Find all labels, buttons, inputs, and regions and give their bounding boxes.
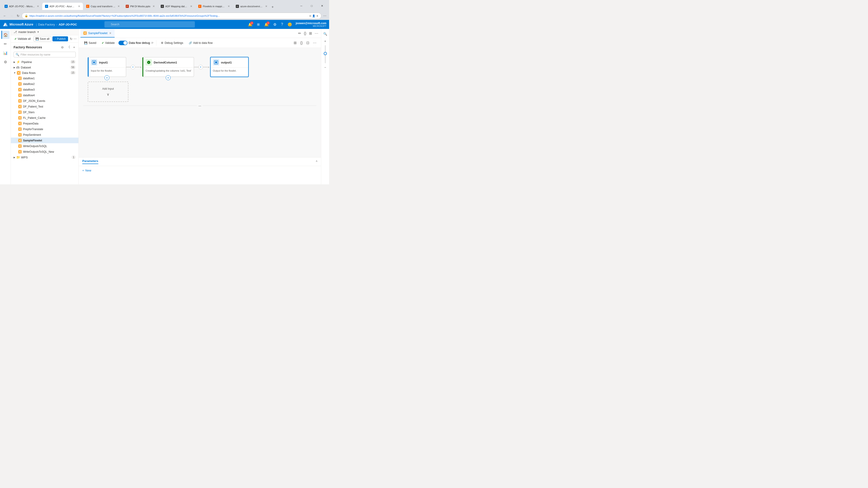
dataset-group-header[interactable]: ▶ 🗃 Dataset 56 <box>11 65 79 70</box>
list-item[interactable]: 🔀 WriteOutputsToSQL <box>11 143 79 149</box>
search-filter[interactable]: 🔍 <box>13 52 76 57</box>
grid-tab-button[interactable]: ⊞ <box>308 30 313 36</box>
flowlet-tab-close[interactable]: ✕ <box>109 31 112 35</box>
back-button[interactable]: ← <box>2 13 8 19</box>
more-tab-button[interactable]: ⋯ <box>314 30 319 36</box>
tab-3[interactable]: C Copy and transform ... ✕ <box>84 3 123 10</box>
address-bar[interactable]: 🔒 https://madrid-ci.azure.com/en-us/auth… <box>22 13 321 19</box>
list-item[interactable]: 🔀 DF_JSON_Events <box>11 98 79 104</box>
tab-1-close[interactable]: ✕ <box>37 5 39 8</box>
bookmark-icon[interactable]: ★ <box>316 14 318 18</box>
list-item[interactable]: 🔀 PrepforTranslate <box>11 126 79 132</box>
new-tab-button[interactable]: + <box>271 4 274 10</box>
tab-2[interactable]: A ADF-JO-POC - Azure ... ✕ <box>42 3 83 10</box>
forward-button[interactable]: → <box>8 13 14 19</box>
feedback-button[interactable]: 😊 <box>287 22 293 28</box>
alerts-button[interactable]: 🔔 2 <box>264 22 270 28</box>
canvas-code-button[interactable]: {} <box>299 40 304 46</box>
validate-button[interactable]: ✔ Validate <box>100 40 116 45</box>
settings-button[interactable]: ⚙ <box>272 22 277 28</box>
save-all-button[interactable]: 💾 Save all <box>33 36 52 41</box>
list-item[interactable]: 🔀 DF_Patient_Test <box>11 104 79 109</box>
list-item[interactable]: 🔀 SampleFlowlet <box>11 138 79 143</box>
node-output1[interactable]: output1 Output for the flowlet. <box>210 57 249 77</box>
canvas-expand-button[interactable]: ⊡ <box>305 40 310 46</box>
add-resource-button[interactable]: + <box>72 45 76 50</box>
tab-4[interactable]: P PM DI Mocks.pptx ✕ <box>123 3 158 10</box>
debug-toggle-switch[interactable] <box>119 41 127 45</box>
manage-nav-button[interactable]: ⚙ <box>1 58 9 66</box>
user-info[interactable]: joowen@microsoft.com MICROSOFT <box>296 22 327 27</box>
filter-resources-input[interactable] <box>21 53 74 56</box>
search-canvas-button[interactable]: 🔍 <box>322 31 329 37</box>
tab-6-close[interactable]: ✕ <box>228 5 230 8</box>
breadcrumb-service[interactable]: Data Factory <box>38 23 55 26</box>
maximize-button[interactable]: □ <box>307 2 317 9</box>
debug-toggle[interactable]: Data flow debug ⟳ <box>119 41 154 45</box>
code-tab-button[interactable]: {} <box>303 30 307 36</box>
monitor-nav-button[interactable]: 📊 <box>1 49 9 57</box>
help-button[interactable]: ? <box>280 22 284 27</box>
breadcrumb-resource[interactable]: ADF-JO-POC <box>59 23 77 26</box>
input1-plus-button[interactable]: + <box>104 75 110 80</box>
derived1-plus-button[interactable]: + <box>166 75 170 80</box>
search-input[interactable] <box>104 21 195 28</box>
more-button[interactable]: ⋯ <box>73 37 76 41</box>
home-nav-button[interactable]: 🏠 <box>1 31 9 39</box>
branch-dropdown-icon[interactable]: ▼ <box>37 31 39 33</box>
collapse-sidebar-button[interactable]: ⊖ <box>60 45 64 50</box>
plus-connector-1[interactable]: + <box>131 65 135 69</box>
zoom-out-button[interactable]: − <box>322 64 329 70</box>
tab-3-close[interactable]: ✕ <box>118 5 120 8</box>
zoom-in-button[interactable]: + <box>322 38 329 44</box>
cloud-shell-button[interactable]: ⊞ <box>256 22 260 27</box>
minimize-button[interactable]: ─ <box>296 2 307 9</box>
publish-button[interactable]: ↑ Publish <box>53 36 68 41</box>
pencil-nav-button[interactable]: ✏ <box>1 40 9 48</box>
canvas-grid-button[interactable]: ⊞ <box>293 40 298 46</box>
tab-2-close[interactable]: ✕ <box>78 5 80 8</box>
close-button[interactable]: ✕ <box>317 2 327 9</box>
debug-settings-button[interactable]: ⚙ Debug Settings <box>159 40 185 45</box>
tab-7-close[interactable]: ✕ <box>265 5 268 8</box>
tab-1[interactable]: A ADF-JO-POC - Micro... ✕ <box>2 3 42 10</box>
dataflows-group-header[interactable]: ▼ 🔀 Data flows 15 <box>11 70 79 75</box>
node-derived1[interactable]: + DerivedColumn1 Creating/updating the c… <box>143 57 194 77</box>
list-item[interactable]: 🔀 PrepSentiment <box>11 132 79 138</box>
extensions-icon[interactable]: ⊞ <box>309 14 311 18</box>
more-options-button[interactable]: ⋯ <box>322 13 327 19</box>
topbar-search[interactable] <box>104 21 195 28</box>
profile-icon[interactable]: 👤 <box>312 14 315 18</box>
list-item[interactable]: 🔀 FL_Patient_Cache <box>11 115 79 121</box>
add-to-dataflow-button[interactable]: 🔗 Add to data flow <box>187 40 215 45</box>
zoom-slider-knob[interactable] <box>324 52 327 55</box>
list-item[interactable]: 🔀 dataflow4 <box>11 92 79 98</box>
new-parameter-button[interactable]: + New <box>82 169 91 172</box>
parameters-collapse-icon[interactable]: ^ <box>316 160 317 164</box>
list-item[interactable]: 🔀 dataflow2 <box>11 81 79 87</box>
list-item[interactable]: 🔀 dataflow1 <box>11 75 79 81</box>
tab-6[interactable]: F Flowlets in mapping d... ✕ <box>195 3 232 10</box>
pipeline-group-header[interactable]: ▶ ⚡ Pipeline 15 <box>11 59 79 65</box>
edit-tab-button[interactable]: ✏ <box>297 30 302 36</box>
plus-connector-2[interactable]: + <box>198 65 203 69</box>
collapse-panel-button[interactable]: 《 <box>66 44 71 50</box>
tab-5-close[interactable]: ✕ <box>190 5 192 8</box>
node-input1[interactable]: input1 Input for the flowlet. <box>88 57 126 77</box>
list-item[interactable]: 🔀 WriteOutputsToSQL_New <box>11 149 79 155</box>
list-item[interactable]: 🔀 PrepareData <box>11 121 79 126</box>
tab-5[interactable]: G ADF Mapping data flo... ✕ <box>158 3 195 10</box>
validate-all-button[interactable]: ✔ Validate all <box>13 36 33 41</box>
notifications-button[interactable]: 🔔 4 <box>247 22 253 28</box>
refresh-button[interactable]: ↻ <box>70 37 72 41</box>
parameters-header[interactable]: Parameters ^ <box>79 158 321 166</box>
tab-sampleflowlet[interactable]: 🔀 SampleFlowlet ✕ <box>81 29 115 37</box>
canvas-more-button[interactable]: ⋯ <box>312 40 317 46</box>
add-input-box[interactable]: Add Input ∨ <box>88 82 128 102</box>
tab-7[interactable]: G azure-docs/overview... ✕ <box>233 3 270 10</box>
tab-4-close[interactable]: ✕ <box>153 5 155 8</box>
wps-group-header[interactable]: ▶ 📁 WPS 1 <box>11 155 79 160</box>
canvas-scroll[interactable]: input1 Input for the flowlet. + + ► <box>79 48 321 157</box>
collapse-handle[interactable]: ─ <box>197 104 203 108</box>
list-item[interactable]: 🔀 DF_Stars <box>11 109 79 115</box>
